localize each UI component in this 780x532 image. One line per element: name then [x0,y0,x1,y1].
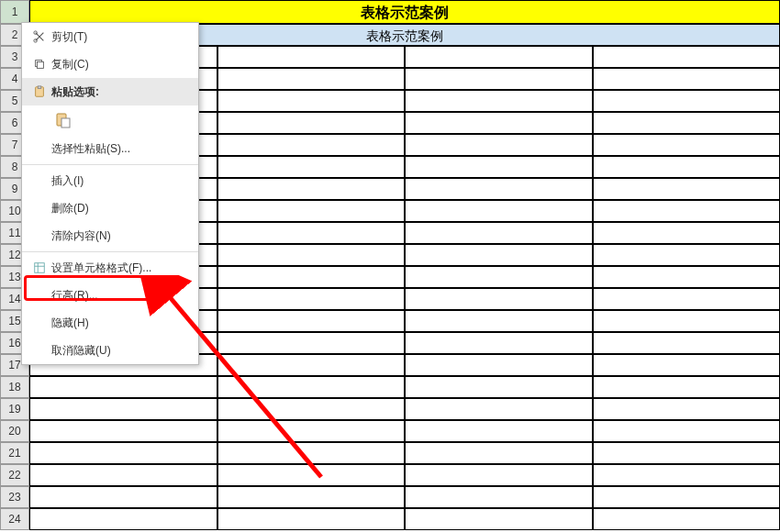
cell[interactable] [217,178,406,200]
cell[interactable] [593,442,781,464]
cell[interactable] [217,134,406,156]
menu-row-height[interactable]: 行高(R)... [22,282,198,309]
cell[interactable] [593,486,781,508]
cell[interactable] [405,332,593,354]
cell[interactable] [405,46,593,68]
cell[interactable] [593,332,781,354]
cell[interactable] [217,354,406,376]
menu-label: 选择性粘贴(S)... [51,141,191,157]
cell[interactable] [405,486,593,508]
menu-label: 设置单元格格式(F)... [51,260,191,276]
cell[interactable] [405,156,593,178]
cell[interactable] [29,442,217,464]
cell[interactable] [405,266,593,288]
cell[interactable] [217,420,406,442]
cell[interactable] [593,156,781,178]
cell[interactable] [405,464,593,486]
cell[interactable] [217,266,406,288]
cell[interactable] [217,310,406,332]
cell[interactable] [29,486,217,508]
menu-clear-contents[interactable]: 清除内容(N) [22,222,198,249]
clipboard-icon [28,85,51,98]
cell[interactable] [593,398,781,420]
cell[interactable] [217,442,406,464]
cell[interactable] [217,332,406,354]
menu-format-cells[interactable]: 设置单元格格式(F)... [22,254,198,282]
cell[interactable] [593,134,781,156]
menu-hide[interactable]: 隐藏(H) [22,309,198,337]
row-header[interactable]: 22 [0,464,29,486]
cell[interactable] [405,288,593,310]
cell[interactable] [593,288,781,310]
cell[interactable] [217,376,406,398]
cell[interactable] [217,398,406,420]
cell[interactable] [217,156,406,178]
cell[interactable] [217,46,406,68]
menu-label: 隐藏(H) [51,316,191,331]
cell[interactable] [593,178,781,200]
cell[interactable] [217,112,406,134]
svg-rect-7 [61,118,70,127]
cell[interactable] [593,266,781,288]
cell[interactable] [405,420,593,442]
cell[interactable] [29,376,217,398]
menu-label: 复制(C) [51,57,191,72]
cell[interactable] [405,508,593,530]
title-cell[interactable]: 表格示范案例 [29,0,780,24]
cell[interactable] [593,508,781,530]
cell[interactable] [593,200,781,222]
menu-cut[interactable]: 剪切(T) [22,23,198,50]
cell[interactable] [217,68,406,90]
row-header[interactable]: 1 [0,0,29,24]
row-header[interactable]: 21 [0,442,29,464]
cell[interactable] [217,464,406,486]
cell[interactable] [405,112,593,134]
cell[interactable] [217,90,406,112]
cell[interactable] [217,486,406,508]
menu-insert[interactable]: 插入(I) [22,167,198,194]
cell[interactable] [593,420,781,442]
cell[interactable] [29,420,217,442]
cell[interactable] [593,310,781,332]
cell[interactable] [217,508,406,530]
cell[interactable] [405,398,593,420]
menu-paste-special[interactable]: 选择性粘贴(S)... [22,135,198,162]
menu-paste-option[interactable] [22,105,198,135]
cell[interactable] [405,244,593,266]
cell[interactable] [29,508,217,530]
row-header[interactable]: 18 [0,376,29,398]
cell[interactable] [405,354,593,376]
cell[interactable] [217,244,406,266]
cell[interactable] [217,288,406,310]
cell[interactable] [29,398,217,420]
cell[interactable] [593,90,781,112]
cell[interactable] [593,222,781,244]
cell[interactable] [405,178,593,200]
cell[interactable] [593,244,781,266]
cell[interactable] [405,222,593,244]
cell[interactable] [593,376,781,398]
row-header[interactable]: 23 [0,486,29,508]
menu-copy[interactable]: 复制(C) [22,50,198,78]
cell[interactable] [405,134,593,156]
row-header[interactable]: 19 [0,398,29,420]
row-header[interactable]: 20 [0,420,29,442]
cell[interactable] [593,68,781,90]
cell[interactable] [593,354,781,376]
menu-delete[interactable]: 删除(D) [22,194,198,222]
cell[interactable] [405,442,593,464]
menu-unhide[interactable]: 取消隐藏(U) [22,337,198,364]
cell[interactable] [593,46,781,68]
cell[interactable] [29,464,217,486]
cell[interactable] [593,464,781,486]
row-header[interactable]: 24 [0,508,29,530]
cell[interactable] [405,310,593,332]
cell[interactable] [217,200,406,222]
cell[interactable] [405,90,593,112]
cell[interactable] [405,200,593,222]
cell[interactable] [217,222,406,244]
cell[interactable] [405,376,593,398]
scissors-icon [28,30,51,43]
cell[interactable] [405,68,593,90]
cell[interactable] [593,112,781,134]
